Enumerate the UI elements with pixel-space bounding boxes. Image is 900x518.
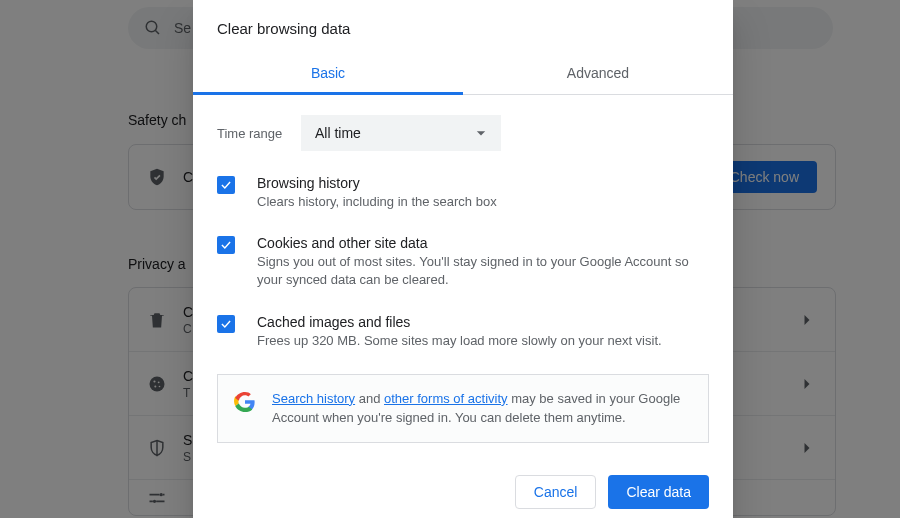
search-history-link[interactable]: Search history bbox=[272, 391, 355, 406]
clear-browsing-data-dialog: Clear browsing data Basic Advanced Time … bbox=[193, 0, 733, 518]
dropdown-arrow-icon bbox=[471, 123, 491, 143]
dialog-title: Clear browsing data bbox=[193, 0, 733, 53]
option-subtitle: Frees up 320 MB. Some sites may load mor… bbox=[257, 332, 709, 350]
option-subtitle: Signs you out of most sites. You'll stay… bbox=[257, 253, 709, 289]
tab-advanced[interactable]: Advanced bbox=[463, 53, 733, 95]
option-subtitle: Clears history, including in the search … bbox=[257, 193, 709, 211]
google-account-info-text: Search history and other forms of activi… bbox=[272, 389, 692, 428]
option-title: Cached images and files bbox=[257, 314, 709, 330]
option-title: Browsing history bbox=[257, 175, 709, 191]
google-logo-icon bbox=[234, 391, 256, 413]
time-range-label: Time range bbox=[217, 126, 301, 141]
clear-data-button[interactable]: Clear data bbox=[608, 475, 709, 509]
time-range-select[interactable]: All time bbox=[301, 115, 501, 151]
other-activity-link[interactable]: other forms of activity bbox=[384, 391, 508, 406]
google-account-info: Search history and other forms of activi… bbox=[217, 374, 709, 443]
time-range-value: All time bbox=[315, 125, 361, 141]
cancel-button[interactable]: Cancel bbox=[515, 475, 597, 509]
checkbox-browsing-history[interactable] bbox=[217, 176, 235, 194]
tab-basic[interactable]: Basic bbox=[193, 53, 463, 95]
checkbox-cookies[interactable] bbox=[217, 236, 235, 254]
checkbox-cache[interactable] bbox=[217, 315, 235, 333]
option-title: Cookies and other site data bbox=[257, 235, 709, 251]
